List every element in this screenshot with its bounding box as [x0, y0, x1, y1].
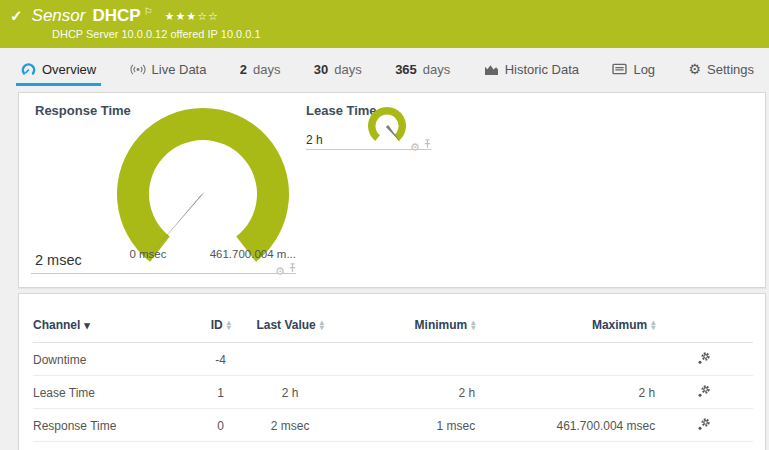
lease-time-value: 2 h: [306, 133, 323, 147]
tab-live-data[interactable]: Live Data: [125, 55, 212, 86]
sensor-subtitle: DHCP Server 10.0.0.12 offered IP 10.0.0.…: [52, 28, 759, 40]
sensor-name: DHCP: [92, 6, 140, 26]
column-label: ID: [211, 318, 223, 332]
tab-label: Settings: [707, 62, 754, 77]
tab-label: Historic Data: [505, 62, 579, 77]
status-ok-icon: ✓: [10, 7, 23, 25]
column-label: Channel: [33, 318, 80, 332]
gauge-tools: ⚙: [410, 135, 432, 153]
tab-label: Log: [633, 62, 655, 77]
stars-filled: ★★★: [165, 10, 198, 22]
priority-stars[interactable]: ★★★☆☆: [165, 10, 219, 23]
gear-icon: ⚙: [688, 62, 701, 76]
tab-overview[interactable]: Overview: [16, 55, 101, 86]
table-header-row: Channel▾ ID▴▾ Last Value▴▾ Minimum▴▾ Max…: [33, 318, 753, 343]
column-header-channel[interactable]: Channel▾: [33, 318, 187, 343]
column-label: Last Value: [256, 318, 315, 332]
lease-time-gauge: [362, 106, 412, 152]
sort-icon: ▴▾: [471, 320, 475, 330]
gauge-tools: ⚙: [275, 259, 297, 277]
response-time-value: 2 msec: [35, 252, 82, 268]
sort-icon: ▴▾: [227, 320, 231, 330]
table-row-downtime: Downtime -4: [33, 343, 753, 376]
tab-number: 2: [240, 62, 247, 77]
pin-icon[interactable]: [288, 259, 297, 277]
tab-365-days[interactable]: 365 days: [390, 55, 455, 86]
sensor-header: ✓ Sensor DHCP ⚐ ★★★☆☆ DHCP Server 10.0.0…: [0, 0, 769, 48]
channel-maximum: 2 h: [475, 376, 655, 409]
gauge-min-label: 0 msec: [103, 248, 193, 260]
channel-table: Channel▾ ID▴▾ Last Value▴▾ Minimum▴▾ Max…: [33, 318, 753, 442]
edit-channel-icon[interactable]: [697, 351, 711, 368]
channel-last-value: 2 h: [254, 376, 326, 409]
channel-id: 1: [187, 376, 254, 409]
channel-last-value: [254, 343, 326, 376]
tab-label: Live Data: [152, 62, 207, 77]
flag-icon: ⚐: [144, 6, 153, 17]
channel-maximum: 461.700.004 msec: [475, 409, 655, 442]
edit-channel-icon[interactable]: [697, 384, 711, 401]
channel-id: -4: [187, 343, 254, 376]
table-row-response-time: Response Time 0 2 msec 1 msec 461.700.00…: [33, 409, 753, 442]
tab-2-days[interactable]: 2 days: [235, 55, 286, 86]
stars-empty: ☆☆: [197, 10, 219, 22]
channel-minimum: 1 msec: [326, 409, 475, 442]
column-header-maximum[interactable]: Maximum▴▾: [475, 318, 655, 343]
log-icon: [612, 63, 627, 75]
column-header-settings: [655, 318, 753, 343]
tab-label: days: [423, 62, 450, 77]
pin-icon[interactable]: [423, 135, 432, 153]
column-header-minimum[interactable]: Minimum▴▾: [326, 318, 475, 343]
tab-label: days: [334, 62, 361, 77]
sort-icon: ▴▾: [320, 320, 324, 330]
channel-minimum: 2 h: [326, 376, 475, 409]
gear-icon[interactable]: ⚙: [275, 266, 285, 277]
channel-name: Lease Time: [33, 376, 187, 409]
table-row-lease-time: Lease Time 1 2 h 2 h 2 h: [33, 376, 753, 409]
object-kind-label: Sensor: [32, 6, 86, 26]
channel-last-value: 2 msec: [254, 409, 326, 442]
tab-historic-data[interactable]: Historic Data: [479, 55, 584, 86]
gauges-panel: Response Time 0 msec 461.700.004 m... 2 …: [18, 92, 766, 288]
channel-name: Response Time: [33, 409, 187, 442]
column-header-id[interactable]: ID▴▾: [187, 318, 254, 343]
column-label: Maximum: [592, 318, 647, 332]
area-chart-icon: [484, 63, 499, 76]
channel-id: 0: [187, 409, 254, 442]
response-time-gauge: [103, 96, 303, 268]
divider: [31, 273, 296, 274]
sort-icon: ▴▾: [651, 320, 655, 330]
channel-maximum: [475, 343, 655, 376]
tab-label: days: [253, 62, 280, 77]
tab-log[interactable]: Log: [607, 55, 660, 86]
divider: [306, 149, 431, 150]
tab-30-days[interactable]: 30 days: [309, 55, 367, 86]
tab-label: Overview: [42, 62, 96, 77]
tab-settings[interactable]: ⚙ Settings: [683, 55, 759, 86]
edit-channel-icon[interactable]: [697, 417, 711, 434]
tab-number: 365: [395, 62, 417, 77]
gauge-icon: [21, 62, 36, 77]
tab-bar: Overview Live Data 2 days 30 days 365 da…: [0, 55, 769, 86]
tab-number: 30: [314, 62, 328, 77]
broadcast-icon: [130, 63, 146, 76]
channel-table-panel: Channel▾ ID▴▾ Last Value▴▾ Minimum▴▾ Max…: [18, 293, 766, 450]
channel-minimum: [326, 343, 475, 376]
channel-name: Downtime: [33, 343, 187, 376]
gear-icon[interactable]: ⚙: [410, 142, 420, 153]
chevron-down-icon: ▾: [84, 319, 90, 331]
column-label: Minimum: [415, 318, 468, 332]
column-header-last-value[interactable]: Last Value▴▾: [254, 318, 326, 343]
